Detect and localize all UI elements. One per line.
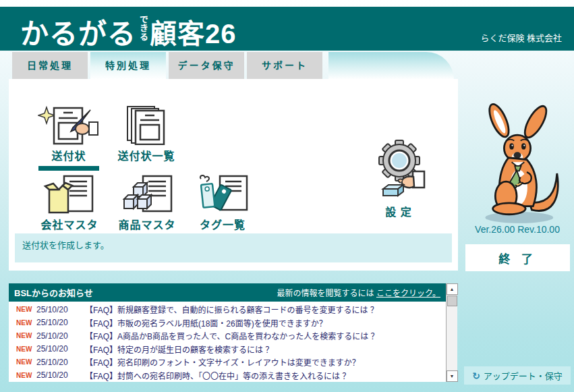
scrollbar-thumb[interactable] [447, 296, 457, 306]
refresh-icon: ↻ [472, 370, 480, 381]
menu-item-label: 設 定 [361, 203, 436, 219]
app-logo: かるがる できる 顧客26 [20, 11, 237, 52]
new-badge: NEW [16, 306, 36, 313]
menu-item-cover-letter[interactable]: 送付状 [33, 106, 105, 171]
news-panel: BSLからのお知らせ 最新の情報を閲覧するには ここをクリック。 NEW 25/… [9, 283, 457, 382]
menu-item-product-master[interactable]: 商品マスタ [109, 175, 185, 232]
news-date: 25/10/20 [36, 358, 76, 367]
product-cubes-icon [109, 175, 185, 214]
news-text: 【FAQ】A商品かB商品を買った人で、C商品を買わなかった人を検索するには ？ [85, 330, 379, 341]
logo-main-text: かるがる [20, 11, 136, 52]
news-link-line: 最新の情報を閲覧するには ここをクリック。 [277, 287, 440, 298]
news-header: BSLからのお知らせ 最新の情報を閲覧するには ここをクリック。 [9, 283, 446, 302]
exit-button[interactable]: 終 了 [465, 244, 570, 271]
menu-item-label: 商品マスタ [109, 216, 185, 232]
new-badge: NEW [16, 358, 36, 366]
news-text: 【FAQ】封筒への宛名印刷時、「〇〇在中」等の添え書きを入れるには ？ [85, 370, 350, 381]
update-maintenance-button[interactable]: ↻ アップデート・保守 [464, 366, 571, 385]
menu-item-label: 送付状一覧 [107, 147, 185, 163]
letter-pen-icon [33, 106, 105, 145]
new-badge: NEW [16, 332, 36, 339]
menu-item-cover-letter-list[interactable]: 送付状一覧 [107, 106, 185, 163]
new-badge: NEW [16, 372, 36, 379]
menu-item-label: 送付状 [33, 147, 105, 163]
main-tabbar: 日常処理 特別処理 データ保守 サポート [12, 52, 322, 79]
selected-item-underline [38, 166, 99, 171]
menu-item-label: 会社マスタ [31, 216, 108, 232]
news-date: 25/10/20 [36, 344, 76, 354]
news-text: 【FAQ】新規顧客登録で、自動的に振られる顧客コードの番号を変更するには ？ [85, 304, 378, 315]
news-list: NEW 25/10/20 【FAQ】新規顧客登録で、自動的に振られる顧客コードの… [9, 302, 446, 382]
tab-special-processing[interactable]: 特別処理 [90, 52, 166, 79]
news-date: 25/10/20 [36, 305, 76, 314]
tab-daily-processing[interactable]: 日常処理 [12, 52, 88, 79]
news-date: 25/10/20 [36, 318, 76, 327]
app-header: かるがる できる 顧客26 らくだ保険 株式会社 [0, 7, 574, 51]
kangaroo-mascot [470, 99, 565, 231]
licensed-company-name: らくだ保険 株式会社 [480, 31, 562, 44]
version-label: Ver.26.00 Rev.10.00 [464, 224, 571, 235]
news-title: BSLからのお知らせ [14, 286, 93, 299]
status-message-bar: 送付状を作成します。 [15, 233, 452, 262]
news-link-prefix: 最新の情報を閲覧するには [277, 289, 376, 298]
news-row[interactable]: NEW 25/10/20 【FAQ】宛名印刷のフォント・文字サイズ・レイアウトは… [9, 356, 446, 369]
scroll-up-icon[interactable]: ▲ [447, 283, 458, 295]
company-box-icon [31, 175, 108, 214]
news-row[interactable]: NEW 25/10/20 【FAQ】市販の宛名ラベル用紙(18面・26面等)を使… [9, 316, 446, 330]
news-row[interactable]: NEW 25/10/20 【FAQ】封筒への宛名印刷時、「〇〇在中」等の添え書き… [9, 369, 446, 383]
letter-stack-icon [107, 106, 185, 145]
scroll-down-icon[interactable]: ▼ [447, 370, 458, 382]
menu-item-tag-list[interactable]: タグ一覧 [188, 175, 257, 232]
new-badge: NEW [16, 319, 36, 327]
news-date: 25/10/20 [36, 331, 76, 341]
logo-small-text: できる [138, 15, 148, 49]
new-badge: NEW [16, 345, 36, 353]
news-row[interactable]: NEW 25/10/20 【FAQ】特定の月が誕生日の顧客を検索するには ？ [9, 343, 446, 356]
logo-product-text: 顧客26 [150, 12, 237, 51]
tab-support[interactable]: サポート [247, 52, 322, 79]
tabbar-decorative-end [328, 52, 454, 80]
news-click-here-link[interactable]: ここをクリック。 [376, 289, 440, 298]
menu-item-settings[interactable]: 設 定 [361, 137, 436, 219]
tags-icon [188, 175, 257, 214]
main-content-panel: 送付状 送付状一覧 [9, 79, 458, 271]
update-button-label: アップデート・保守 [484, 369, 563, 382]
news-row[interactable]: NEW 25/10/20 【FAQ】新規顧客登録で、自動的に振られる顧客コードの… [9, 303, 446, 316]
tab-data-maintenance[interactable]: データ保守 [169, 52, 244, 79]
news-scrollbar[interactable]: ▲ ▼ [446, 283, 457, 382]
news-text: 【FAQ】宛名印刷のフォント・文字サイズ・レイアウトは変更できますか？ [85, 356, 360, 368]
menu-item-company-master[interactable]: 会社マスタ [31, 175, 108, 232]
gear-hand-icon [361, 137, 436, 201]
news-text: 【FAQ】市販の宛名ラベル用紙(18面・26面等)を使用できますか？ [85, 317, 327, 329]
news-text: 【FAQ】特定の月が誕生日の顧客を検索するには ？ [85, 343, 273, 355]
news-date: 25/10/20 [36, 370, 76, 380]
news-row[interactable]: NEW 25/10/20 【FAQ】A商品かB商品を買った人で、C商品を買わなか… [9, 329, 446, 343]
menu-item-label: タグ一覧 [188, 216, 257, 232]
